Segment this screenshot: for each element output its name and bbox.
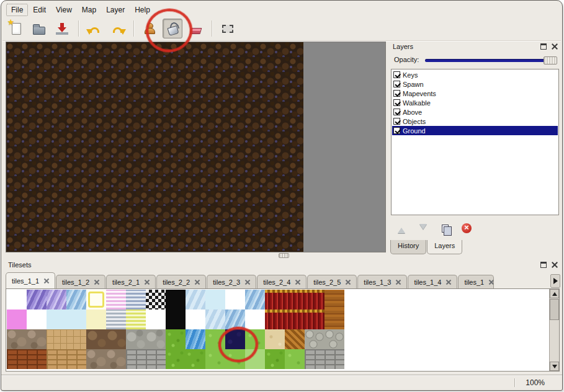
close-tab-icon[interactable] xyxy=(43,278,49,283)
palette-tile-gstone[interactable] xyxy=(7,329,27,349)
select-tool-button[interactable] xyxy=(218,19,238,38)
layer-visibility-checkbox[interactable] xyxy=(393,71,400,78)
tileset-tab-tiles_2_1[interactable]: tiles_2_1 xyxy=(106,275,156,288)
close-tab-icon[interactable] xyxy=(94,279,99,285)
palette-tile-brock[interactable] xyxy=(106,329,126,349)
palette-scrollbar[interactable] xyxy=(549,289,559,371)
palette-tile-white[interactable] xyxy=(225,290,245,310)
palette-tile-wood[interactable] xyxy=(325,310,344,329)
palette-tile-bwater[interactable] xyxy=(66,290,86,310)
palette-tile-lwater[interactable] xyxy=(186,290,205,310)
palette-tile-navy[interactable] xyxy=(225,329,245,349)
layer-visibility-checkbox[interactable] xyxy=(393,127,400,134)
menu-file[interactable]: File xyxy=(6,4,28,16)
tileset-tab-tiles_1_2[interactable]: tiles_1_2 xyxy=(56,275,105,288)
palette-tile-grass[interactable] xyxy=(265,349,285,369)
palette-tile-graybrick[interactable] xyxy=(325,349,344,369)
palette-tile-white[interactable] xyxy=(146,310,166,329)
tab-scroll-right-button[interactable] xyxy=(550,274,560,288)
palette-tile-redcurtain[interactable] xyxy=(285,290,305,310)
tileset-tab-tiles_1_3[interactable]: tiles_1_3 xyxy=(357,275,407,288)
palette-tile-graybrick[interactable] xyxy=(126,349,146,369)
delete-layer-button[interactable] xyxy=(460,222,473,234)
palette-tile-paleyellow[interactable] xyxy=(86,310,106,329)
layer-row-mapevents[interactable]: Mapevents xyxy=(392,89,558,98)
tileset-tab-tiles_1[interactable]: tiles_1 xyxy=(458,275,494,288)
palette-tile-grasslight[interactable] xyxy=(245,349,265,369)
palette-tile-black[interactable] xyxy=(166,310,186,329)
palette-tile-tanbrick[interactable] xyxy=(47,349,66,369)
layer-row-spawn[interactable]: Spawn xyxy=(392,79,558,89)
palette-tile-brick[interactable] xyxy=(7,349,27,369)
tileset-tab-tiles_2_3[interactable]: tiles_2_3 xyxy=(207,275,256,288)
move-up-layer-button[interactable] xyxy=(395,222,408,234)
palette-tile-white[interactable] xyxy=(186,310,205,329)
palette-tile-bwater[interactable] xyxy=(225,310,245,329)
palette-tile-gstone[interactable] xyxy=(86,349,106,369)
palette-tile-ygstripe[interactable] xyxy=(126,310,146,329)
palette-tile-pwater2[interactable] xyxy=(47,290,66,310)
layer-visibility-checkbox[interactable] xyxy=(393,81,400,87)
layer-visibility-checkbox[interactable] xyxy=(393,109,400,115)
palette-tile-white[interactable] xyxy=(27,310,47,329)
undo-tool-button[interactable] xyxy=(84,19,104,38)
opacity-slider[interactable] xyxy=(425,56,557,65)
palette-tile-water[interactable] xyxy=(186,329,205,349)
palette-tile-redcurtain[interactable] xyxy=(305,290,325,310)
palette-tile-brock[interactable] xyxy=(86,329,106,349)
palette-tile-tancrack[interactable] xyxy=(66,329,86,349)
tileset-tab-tiles_2_2[interactable]: tiles_2_2 xyxy=(156,275,206,288)
palette-tile-gstone[interactable] xyxy=(106,349,126,369)
float-panel-icon[interactable] xyxy=(540,262,547,268)
map-canvas[interactable] xyxy=(6,42,386,252)
palette-tile-redcurtain[interactable] xyxy=(265,310,285,329)
palette-tile-grass2[interactable] xyxy=(205,349,225,369)
palette-tile-redcurtain[interactable] xyxy=(305,310,325,329)
palette-tile-cobble[interactable] xyxy=(305,329,325,349)
layer-row-keys[interactable]: Keys xyxy=(392,70,558,79)
palette-tile-graybrick[interactable] xyxy=(146,349,166,369)
tileset-tab-tiles_2_5[interactable]: tiles_2_5 xyxy=(307,275,357,288)
palette-tile-grayrock[interactable] xyxy=(146,329,166,349)
palette-tile-cyan[interactable] xyxy=(66,310,86,329)
eraser-tool-button[interactable] xyxy=(186,19,205,38)
palette-tile-pwater[interactable] xyxy=(27,290,47,310)
palette-tile-yframe[interactable] xyxy=(86,290,106,310)
palette-tile-wood[interactable] xyxy=(325,290,344,310)
panel-tab-layers[interactable]: Layers xyxy=(427,240,462,254)
fill-tool-button[interactable] xyxy=(163,19,182,38)
palette-tile-graystripe[interactable] xyxy=(106,310,126,329)
palette-tile-cyan[interactable] xyxy=(47,310,66,329)
palette-tile-white[interactable] xyxy=(245,310,265,329)
map-tile-area[interactable] xyxy=(6,42,303,252)
layer-visibility-checkbox[interactable] xyxy=(393,99,400,106)
palette-tile-pink[interactable] xyxy=(7,310,27,329)
palette-tile-orange[interactable] xyxy=(285,329,305,349)
close-tab-icon[interactable] xyxy=(244,279,250,285)
move-down-layer-button[interactable] xyxy=(417,222,429,234)
tileset-tab-tiles_1_4[interactable]: tiles_1_4 xyxy=(408,275,457,288)
palette-tile-redcurtain[interactable] xyxy=(285,310,305,329)
palette-tile-black[interactable] xyxy=(166,290,186,310)
menu-map[interactable]: Map xyxy=(77,4,101,16)
palette-tile-grayrock[interactable] xyxy=(126,329,146,349)
palette-tile-brick[interactable] xyxy=(27,349,47,369)
panel-tab-history[interactable]: History xyxy=(390,240,426,254)
menu-help[interactable]: Help xyxy=(130,4,155,16)
palette-tile-cyan[interactable] xyxy=(205,290,225,310)
palette-tile-sand[interactable] xyxy=(265,329,285,349)
layer-row-ground[interactable]: Ground xyxy=(392,126,558,135)
close-tab-icon[interactable] xyxy=(345,279,351,285)
palette-tile-redcurtain[interactable] xyxy=(265,290,285,310)
close-tab-icon[interactable] xyxy=(194,279,200,285)
close-panel-icon[interactable] xyxy=(552,262,558,268)
tileset-tab-tiles_1_1[interactable]: tiles_1_1 xyxy=(6,272,55,288)
close-tab-icon[interactable] xyxy=(144,279,150,285)
close-tab-icon[interactable] xyxy=(445,279,451,285)
palette-tile-tancrack[interactable] xyxy=(47,329,66,349)
palette-tile-tanbrick[interactable] xyxy=(66,349,86,369)
palette-tile-grass[interactable] xyxy=(166,349,186,369)
palette-tile-pinkstripe[interactable] xyxy=(106,290,126,310)
menu-edit[interactable]: Edit xyxy=(28,4,51,16)
duplicate-layer-button[interactable] xyxy=(439,222,451,234)
